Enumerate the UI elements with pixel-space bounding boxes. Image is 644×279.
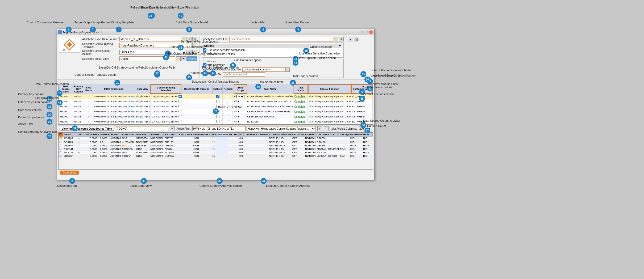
cell-skiprows[interactable]: ↕	[84, 109, 93, 114]
annotation-label-29: Container Name column	[362, 86, 393, 89]
data-view-row[interactable]: ☐ HIC8156 -- 0.0000 0.0000 ALFMT00 DAS N…	[59, 151, 373, 154]
tab-close[interactable]: ×	[101, 31, 103, 33]
notes-file-input[interactable]	[229, 37, 333, 41]
grid-row[interactable]: REGHG NAME ↕ HWYNUM='08' and BOXNUM='11'…	[59, 94, 373, 99]
dv-col-almask[interactable]: ALMASK	[135, 133, 149, 136]
strategy-select[interactable]: Honeywell Hiway based Control Strategy A…	[247, 126, 316, 131]
strategy-btn1[interactable]: ⊞	[317, 126, 322, 131]
data-collection-generate-btn[interactable]: ⊕	[348, 37, 353, 42]
cell-enabled[interactable]	[213, 99, 223, 104]
dv-col-csignal[interactable]: CSIGNAL	[304, 133, 316, 136]
grid-row[interactable]: REGHG NAME ↕ HWYNUM='08' and BOXNUM='12'…	[59, 99, 373, 104]
dv-col-bo[interactable]: BO	[211, 133, 217, 136]
cell-rebuild[interactable]	[223, 109, 233, 114]
dv-col-assocdsp[interactable]: ASSOCDSP	[178, 133, 192, 136]
dv-col-ctlactn[interactable]: CTLACTN	[327, 133, 339, 136]
col-header-rebuild[interactable]: Rebuild	[223, 84, 234, 94]
window-minimize-btn[interactable]	[361, 30, 364, 34]
cell-buildscope[interactable]: All ▼	[233, 114, 246, 119]
cell-rebuild[interactable]	[223, 99, 233, 104]
cell-enabled[interactable]	[213, 94, 223, 99]
dv-col-csltsrc[interactable]: CSLTSRC	[316, 133, 328, 136]
cell-rebuild[interactable]	[223, 119, 233, 124]
col-header-skiprows[interactable]: Skip Rows	[84, 84, 93, 94]
dv-col-name[interactable]: NAME	[63, 133, 77, 136]
dv-col-sauxunit[interactable]: SAUXUNIT	[77, 133, 89, 136]
notes-view-btn[interactable]: 👁	[339, 37, 344, 41]
cell-enabled[interactable]	[213, 119, 223, 124]
data-view-row[interactable]: ☐ DR8846 -- 0.0000 0.0000 ALFMT00 DAS S1…	[59, 144, 373, 147]
dv-col-critscan[interactable]: CRITSCAN	[292, 133, 304, 136]
dv-select-col[interactable]: ☐	[59, 133, 63, 136]
cell-buildscope[interactable]: All ▼	[233, 109, 246, 114]
data-view-row[interactable]: ☐ CR8766 -- 0.0000 0.0000 ALFMT00 DAS S1…	[59, 137, 373, 141]
suffix-input[interactable]	[223, 72, 265, 77]
data-view-row[interactable]: ☐ DR8160 -- 0.0000 0.0 ALFMT00 AUTOMAN N…	[59, 141, 373, 144]
col-header-filter[interactable]: Filter Expression	[93, 84, 135, 94]
dv-col-ssptol[interactable]: SSPTOL	[99, 133, 110, 136]
rebuild-output-btn[interactable]: Rebuild	[186, 56, 197, 61]
col-header-enabled[interactable]: Enabled	[213, 84, 223, 94]
view-table-btn[interactable]: ▼	[170, 126, 174, 131]
dv-col-badpvpr[interactable]: BADPVPR	[192, 133, 204, 136]
dv-col-b2[interactable]: B2	[239, 133, 244, 136]
notes-browse-btn[interactable]: 📁	[334, 37, 338, 41]
cell-buildscope[interactable]: All ▼	[233, 99, 246, 104]
dv-col-asltsrc[interactable]: ASLTSRC	[164, 133, 178, 136]
dv-col-caliboff[interactable]: CALIBOFF	[244, 133, 255, 136]
col-header-taskstatus[interactable]: Task Status	[294, 84, 308, 94]
window-close-btn[interactable]: ×	[369, 30, 373, 34]
annotation-label-16: View Saved Data Collection button	[371, 74, 416, 77]
col-header-specialfunc[interactable]: Special Function	[308, 84, 351, 94]
view-saved-data-collection-btn[interactable]: 💾	[354, 37, 359, 42]
col-header-taskname[interactable]: Task Name	[247, 84, 293, 94]
dv-col-bx[interactable]: BX	[228, 133, 234, 136]
cell-skiprows[interactable]: ↕	[84, 94, 93, 99]
cell-rebuild[interactable]	[223, 94, 233, 99]
expand-icon[interactable]: ▼	[339, 44, 341, 47]
documents-tab[interactable]: Documents	[60, 171, 79, 175]
dv-col-ctleqn[interactable]: CTLEQN	[339, 133, 350, 136]
strategy-btn2[interactable]: 📋	[324, 126, 329, 131]
dv-col-algiddac[interactable]: ALGIDDAC	[121, 133, 135, 136]
annotation-2: 2	[69, 178, 75, 184]
cell-containername: CB_H01B24	[351, 109, 373, 114]
dv-col-by[interactable]: BY	[233, 133, 239, 136]
cell-enabled[interactable]	[213, 114, 223, 119]
grid-row[interactable]: REGHG NAME ↕ HWYNUM='03' and BOXNUM='24'…	[59, 114, 373, 119]
cell-rebuild[interactable]	[223, 114, 233, 119]
use-case-sensitive-checkbox[interactable]	[203, 48, 206, 52]
dv-col-asignal[interactable]: ASIGNAL	[149, 133, 164, 136]
col-header-dataview[interactable]: Data View	[135, 84, 151, 94]
col-header-cbt[interactable]: Control Binding Template	[150, 84, 181, 94]
dv-col-ccrank[interactable]: CCRANK	[268, 133, 279, 136]
active-filter-input[interactable]	[192, 126, 246, 131]
dv-col-soptol[interactable]: SOPTOL	[89, 133, 99, 136]
cell-skiprows[interactable]: ↕	[84, 114, 93, 119]
cell-buildscope[interactable]: All ▼	[233, 119, 246, 124]
cell-skiprows[interactable]: ↕	[84, 99, 93, 104]
output-view-btn[interactable]: 👁	[181, 56, 186, 61]
dv-col-boxnum[interactable]: BOXNUM	[217, 133, 228, 136]
output-browse-btn[interactable]: 📁	[176, 56, 181, 61]
dv-select-cell[interactable]: ☐	[59, 137, 63, 140]
excel-source-input[interactable]	[119, 37, 181, 41]
data-view-row[interactable]: ☐ FIC8141 -- 0.0000 0.0000 ALFMT00 PIDNO…	[59, 147, 373, 151]
dv-col-ccpripnt[interactable]: CCPRIPNT	[255, 133, 268, 136]
col-header-primarykey[interactable]: Primary Key Column	[73, 84, 84, 94]
dv-col-devhhhpr[interactable]: DEVHHHPR	[350, 133, 362, 136]
cell-skiprows[interactable]: ↕	[84, 119, 93, 124]
dv-col-cnferrpr[interactable]: CNFERRPR	[279, 133, 291, 136]
container-template-browse-btn[interactable]: 📁	[285, 67, 290, 72]
grid-row[interactable]: REGHG NAME ↕ HWYNUM='06' and BOXNUM='25'…	[59, 119, 373, 124]
view-table-input[interactable]	[115, 126, 168, 131]
window-maximize-btn[interactable]	[365, 30, 369, 34]
dv-col-bias[interactable]: BIAS	[204, 133, 211, 136]
col-header-buildscope[interactable]: Build Scope	[234, 84, 247, 94]
cell-skiprows[interactable]: ↕	[84, 104, 93, 109]
cell-buildscope[interactable]: All All	[233, 94, 246, 99]
data-view-row[interactable]: ☐ LIC026A -- 0.0000 0.0000 ALFMT03 PIDGA…	[59, 154, 373, 158]
dv-col-alfmt[interactable]: ALFMT	[110, 133, 121, 136]
col-header-basedon[interactable]: BasedOn CM Strategy	[181, 84, 213, 94]
container-template-input[interactable]	[242, 67, 285, 72]
